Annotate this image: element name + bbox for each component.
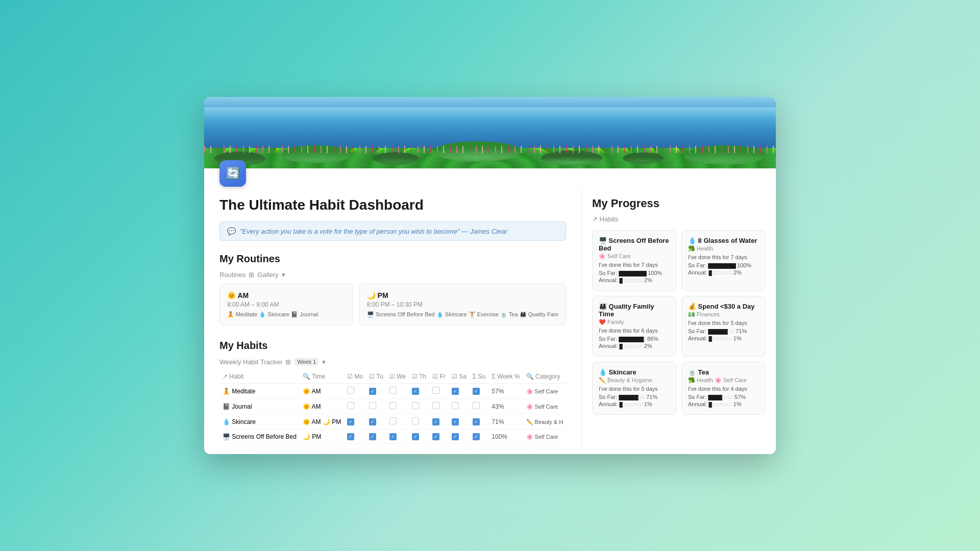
- checkbox-checked-icon[interactable]: ✓: [432, 418, 439, 425]
- cell-we[interactable]: [386, 399, 409, 414]
- routine-pm-time: 8:00 PM – 10:30 PM: [367, 301, 558, 308]
- th-th: ☑ Th: [409, 370, 429, 384]
- cell-su[interactable]: ✓: [470, 384, 488, 399]
- checkbox-checked-icon[interactable]: ✓: [452, 433, 459, 440]
- annual-pct: 2%: [644, 343, 652, 349]
- cell-th[interactable]: ✓: [409, 384, 429, 399]
- progress-card[interactable]: 👨‍👩‍👧 Quality Family Time ❤️ Family I've…: [592, 296, 676, 357]
- checkbox-checked-icon[interactable]: ✓: [432, 433, 439, 440]
- checkbox-checked-icon[interactable]: ✓: [412, 388, 419, 395]
- cell-sa[interactable]: ✓: [449, 414, 470, 430]
- cell-mo[interactable]: ✓: [344, 430, 366, 444]
- routine-card-am[interactable]: 🌞 AM 8:00 AM – 9:00 AM 🧘 Meditate 💧 Skin…: [219, 284, 353, 325]
- sofar-pct: 71%: [736, 328, 747, 334]
- progress-card[interactable]: 🖥️ Screens Off Before Bed 🌸 Self Care I'…: [592, 230, 676, 291]
- cell-th[interactable]: ✓: [409, 430, 429, 444]
- cell-mo[interactable]: [344, 399, 366, 414]
- progress-card-title: 🖥️ Screens Off Before Bed: [599, 237, 670, 252]
- cell-habit: 📓 Journal: [219, 399, 300, 414]
- week-badge[interactable]: Week 1: [294, 358, 319, 366]
- cell-mo[interactable]: ✓: [344, 414, 366, 430]
- progress-bar-sofar: So Far: ███████□□□ 71%: [688, 328, 759, 334]
- sofar-label: So Far:: [688, 262, 706, 268]
- routine-pm-title: 🌙 PM: [367, 291, 558, 299]
- cell-fr[interactable]: ✓: [429, 414, 449, 430]
- routine-am-tags: 🧘 Meditate 💧 Skincare 📓 Journal: [227, 311, 346, 318]
- checkbox-checked-icon[interactable]: ✓: [347, 418, 354, 425]
- progress-title: My Progress: [592, 197, 766, 210]
- sofar-bar-empty: □: [644, 337, 646, 342]
- cell-time: 🌞 AM: [300, 399, 344, 414]
- checkbox-checked-icon[interactable]: ✓: [473, 433, 480, 440]
- checkbox-empty-icon[interactable]: [389, 402, 397, 409]
- sofar-pct: 100%: [737, 262, 751, 268]
- cell-tu[interactable]: [366, 399, 386, 414]
- progress-card[interactable]: 💧 8 Glasses of Water 🥦 Health I've done …: [681, 230, 766, 291]
- th-cat: 🔍 Category: [523, 370, 567, 384]
- routines-label: Routines: [219, 271, 246, 279]
- cell-su[interactable]: ✓: [470, 414, 488, 430]
- checkbox-empty-icon[interactable]: [473, 402, 480, 409]
- gallery-label[interactable]: Gallery: [257, 271, 278, 279]
- habit-table: ↗ Habit 🔍 Time ☑ Mo ☑ Tu ☑ We ☑ Th ☑ Fr …: [219, 370, 566, 444]
- cell-sa[interactable]: ✓: [449, 384, 470, 399]
- checkbox-checked-icon[interactable]: ✓: [473, 388, 480, 395]
- th-su: Σ Su: [470, 370, 488, 384]
- routine-am-emoji: 🌞: [227, 291, 236, 299]
- checkbox-empty-icon[interactable]: [389, 417, 397, 424]
- routine-card-pm[interactable]: 🌙 PM 8:00 PM – 10:30 PM 🖥️ Screens Off B…: [359, 284, 566, 325]
- progress-card[interactable]: 💧 Skincare ✏️ Beauty & Hygiene I've done…: [592, 362, 676, 415]
- main-layout: The Ultimate Habit Dashboard 💬 "Every ac…: [204, 187, 776, 454]
- table-row: 📓 Journal🌞 AM43%🌸 Self Care: [219, 399, 566, 414]
- table-row: 🧘 Meditate🌞 AM✓✓✓✓57%🌸 Self Care: [219, 384, 566, 399]
- progress-card[interactable]: 💰 Spend <$30 a Day 💵 Finances I've done …: [681, 296, 766, 357]
- cell-mo[interactable]: [344, 384, 366, 399]
- checkbox-checked-icon[interactable]: ✓: [347, 433, 354, 440]
- progress-grid: 🖥️ Screens Off Before Bed 🌸 Self Care I'…: [592, 230, 766, 415]
- checkbox-empty-icon[interactable]: [412, 402, 419, 409]
- cell-su[interactable]: ✓: [470, 430, 488, 444]
- checkbox-checked-icon[interactable]: ✓: [369, 433, 376, 440]
- sofar-label: So Far:: [688, 328, 706, 334]
- cell-th[interactable]: [409, 414, 429, 430]
- checkbox-checked-icon[interactable]: ✓: [369, 388, 376, 395]
- cell-fr[interactable]: [429, 384, 449, 399]
- checkbox-empty-icon[interactable]: [369, 402, 376, 409]
- hero-banner: [204, 97, 776, 168]
- checkbox-empty-icon[interactable]: [432, 402, 439, 409]
- cell-tu[interactable]: ✓: [366, 384, 386, 399]
- sofar-pct: 100%: [648, 270, 662, 276]
- cell-th[interactable]: [409, 399, 429, 414]
- checkbox-checked-icon[interactable]: ✓: [473, 418, 480, 425]
- cell-we[interactable]: [386, 384, 409, 399]
- routine-am-title: 🌞 AM: [227, 291, 346, 299]
- cell-su[interactable]: [470, 399, 488, 414]
- checkbox-empty-icon[interactable]: [432, 387, 439, 394]
- cell-tu[interactable]: ✓: [366, 430, 386, 444]
- cell-tu[interactable]: ✓: [366, 414, 386, 430]
- checkbox-empty-icon[interactable]: [452, 402, 459, 409]
- checkbox-checked-icon[interactable]: ✓: [452, 388, 459, 395]
- progress-bar-annual: Annual: █□□□□□□□□□ 2%: [688, 269, 759, 276]
- cell-fr[interactable]: [429, 399, 449, 414]
- progress-card-title: 👨‍👩‍👧 Quality Family Time: [599, 303, 670, 318]
- cell-we[interactable]: ✓: [386, 430, 409, 444]
- cell-fr[interactable]: ✓: [429, 430, 449, 444]
- annual-label: Annual:: [599, 277, 618, 283]
- checkbox-checked-icon[interactable]: ✓: [452, 418, 459, 425]
- checkbox-checked-icon[interactable]: ✓: [412, 433, 419, 440]
- cell-sa[interactable]: [449, 399, 470, 414]
- checkbox-empty-icon[interactable]: [389, 387, 397, 394]
- progress-bar-sofar: So Far: ██████████ 100%: [688, 262, 759, 268]
- checkbox-checked-icon[interactable]: ✓: [369, 418, 376, 425]
- cell-sa[interactable]: ✓: [449, 430, 470, 444]
- checkbox-empty-icon[interactable]: [347, 402, 354, 409]
- progress-card[interactable]: 🍵 Tea 🥦 Health 🌸 Self Care I've done thi…: [681, 362, 766, 415]
- checkbox-checked-icon[interactable]: ✓: [389, 433, 397, 440]
- checkbox-empty-icon[interactable]: [347, 387, 354, 394]
- sofar-label: So Far:: [599, 336, 617, 342]
- habits-link[interactable]: ↗ Habits: [592, 215, 766, 223]
- checkbox-empty-icon[interactable]: [412, 417, 419, 424]
- table-icon: ⊞: [249, 271, 254, 279]
- cell-we[interactable]: [386, 414, 409, 430]
